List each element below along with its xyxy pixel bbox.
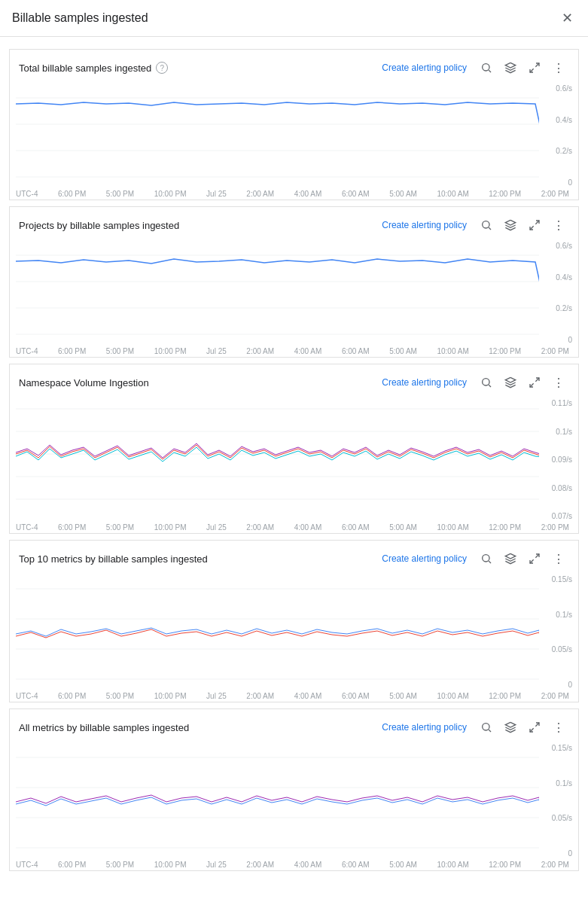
create-alerting-link-allmetrics[interactable]: Create alerting policy [382, 722, 467, 733]
layers-icon-btn-namespace[interactable] [500, 372, 521, 393]
help-icon[interactable]: ? [156, 62, 168, 74]
create-alerting-link-namespace[interactable]: Create alerting policy [382, 377, 467, 388]
svg-line-19 [489, 385, 491, 387]
x-axis-projects: UTC-4 6:00 PM 5:00 PM 10:00 PM Jul 25 2:… [10, 346, 578, 357]
svg-point-9 [483, 221, 489, 228]
svg-line-12 [530, 226, 534, 230]
chart-panel-namespace: Namespace Volume Ingestion Create alerti… [9, 364, 579, 534]
chart-svg-namespace [16, 398, 539, 522]
more-icon-btn-allmetrics[interactable]: ⋮ [548, 717, 569, 738]
svg-line-2 [535, 63, 539, 67]
svg-line-20 [535, 378, 539, 382]
y-axis-namespace: 0.11/s 0.1/s 0.09/s 0.08/s 0.07/s [552, 398, 572, 522]
fullscreen-icon-btn-top10[interactable] [524, 548, 545, 569]
chart-actions-allmetrics: Create alerting policy ⋮ [382, 717, 569, 738]
chart-header-projects: Projects by billable samples ingested Cr… [10, 207, 578, 240]
fullscreen-icon-btn-projects[interactable] [524, 215, 545, 236]
chart-title-namespace: Namespace Volume Ingestion [19, 377, 149, 388]
chart-wrapper-total: 0.6/s 0.4/s 0.2/s 0 [16, 83, 572, 188]
create-alerting-link-total[interactable]: Create alerting policy [382, 62, 467, 73]
svg-line-3 [530, 69, 534, 72]
y-axis-allmetrics: 0.15/s 0.1/s 0.05/s 0 [552, 742, 572, 859]
svg-point-18 [483, 379, 489, 385]
more-icon-btn-projects[interactable]: ⋮ [548, 215, 569, 236]
y-axis-total: 0.6/s 0.4/s 0.2/s 0 [556, 83, 572, 188]
y-axis-projects: 0.6/s 0.4/s 0.2/s 0 [556, 240, 572, 346]
chart-header-allmetrics: All metrics by billable samples ingested… [10, 709, 578, 742]
chart-title-total-billable: Total billable samples ingested [19, 62, 151, 74]
fullscreen-icon-btn-total[interactable] [524, 57, 545, 78]
create-alerting-link-top10[interactable]: Create alerting policy [382, 553, 467, 564]
more-icon-btn-top10[interactable]: ⋮ [548, 548, 569, 569]
y-axis-top10: 0.15/s 0.1/s 0.05/s 0 [552, 574, 572, 690]
search-icon-btn-allmetrics[interactable] [476, 717, 497, 738]
chart-svg-top10 [16, 574, 539, 690]
chart-svg-total [16, 83, 539, 188]
x-axis-total: UTC-4 6:00 PM 5:00 PM 10:00 PM Jul 25 2:… [10, 188, 578, 200]
chart-svg-allmetrics [16, 742, 539, 859]
svg-line-42 [489, 730, 491, 732]
charts-container: Total billable samples ingested ? Create… [0, 37, 588, 883]
fullscreen-icon-btn-namespace[interactable] [524, 372, 545, 393]
chart-svg-projects [16, 240, 539, 346]
search-icon-btn-total[interactable] [476, 57, 497, 78]
layers-icon-btn-allmetrics[interactable] [500, 717, 521, 738]
svg-point-41 [483, 724, 489, 730]
dialog: Billable samples ingested ✕ Total billab… [0, 0, 588, 908]
create-alerting-link-projects[interactable]: Create alerting policy [382, 220, 467, 230]
dialog-title: Billable samples ingested [12, 11, 148, 25]
chart-actions-projects: Create alerting policy ⋮ [382, 215, 569, 236]
close-button[interactable]: ✕ [558, 9, 576, 27]
chart-actions-total-billable: Create alerting policy ⋮ [382, 57, 569, 78]
chart-title-projects: Projects by billable samples ingested [19, 220, 179, 231]
chart-panel-total-billable: Total billable samples ingested ? Create… [9, 49, 579, 200]
chart-title-area-namespace: Namespace Volume Ingestion [19, 377, 149, 388]
more-icon-btn-total[interactable]: ⋮ [548, 57, 569, 78]
chart-actions-top10: Create alerting policy ⋮ [382, 548, 569, 569]
chart-panel-allmetrics: All metrics by billable samples ingested… [9, 708, 579, 871]
svg-line-10 [489, 227, 491, 230]
chart-wrapper-namespace: 0.11/s 0.1/s 0.09/s 0.08/s 0.07/s [16, 398, 572, 522]
search-icon-btn-top10[interactable] [476, 548, 497, 569]
chart-title-area-allmetrics: All metrics by billable samples ingested [19, 722, 189, 733]
x-axis-allmetrics: UTC-4 6:00 PM 5:00 PM 10:00 PM Jul 25 2:… [10, 859, 578, 870]
chart-header-total-billable: Total billable samples ingested ? Create… [10, 50, 578, 83]
chart-wrapper-projects: 0.6/s 0.4/s 0.2/s 0 [16, 240, 572, 346]
search-icon-btn-projects[interactable] [476, 215, 497, 236]
chart-title-area-projects: Projects by billable samples ingested [19, 220, 179, 231]
chart-title-area-top10: Top 10 metrics by billable samples inges… [19, 553, 208, 565]
chart-actions-namespace: Create alerting policy ⋮ [382, 372, 569, 393]
layers-icon-btn-projects[interactable] [500, 215, 521, 236]
x-axis-namespace: UTC-4 6:00 PM 5:00 PM 10:00 PM Jul 25 2:… [10, 522, 578, 533]
svg-line-1 [489, 70, 491, 72]
svg-line-43 [535, 723, 539, 727]
svg-point-0 [483, 64, 489, 71]
chart-panel-top10: Top 10 metrics by billable samples inges… [9, 540, 579, 702]
chart-title-area: Total billable samples ingested ? [19, 62, 168, 74]
chart-title-allmetrics: All metrics by billable samples ingested [19, 722, 189, 733]
svg-line-35 [530, 559, 534, 563]
svg-line-33 [489, 561, 491, 563]
chart-panel-projects: Projects by billable samples ingested Cr… [9, 206, 579, 358]
svg-line-34 [535, 554, 539, 558]
search-icon-btn-namespace[interactable] [476, 372, 497, 393]
x-axis-top10: UTC-4 6:00 PM 5:00 PM 10:00 PM Jul 25 2:… [10, 690, 578, 702]
chart-header-top10: Top 10 metrics by billable samples inges… [10, 541, 578, 574]
more-icon-btn-namespace[interactable]: ⋮ [548, 372, 569, 393]
chart-header-namespace: Namespace Volume Ingestion Create alerti… [10, 364, 578, 398]
fullscreen-icon-btn-allmetrics[interactable] [524, 717, 545, 738]
dialog-header: Billable samples ingested ✕ [0, 0, 588, 37]
layers-icon-btn-total[interactable] [500, 57, 521, 78]
chart-title-top10: Top 10 metrics by billable samples inges… [19, 553, 208, 565]
svg-line-11 [535, 221, 539, 224]
layers-icon-btn-top10[interactable] [500, 548, 521, 569]
chart-wrapper-top10: 0.15/s 0.1/s 0.05/s 0 [16, 574, 572, 690]
svg-point-32 [483, 555, 489, 562]
svg-line-21 [530, 383, 534, 387]
svg-line-44 [530, 728, 534, 732]
chart-wrapper-allmetrics: 0.15/s 0.1/s 0.05/s 0 [16, 742, 572, 859]
